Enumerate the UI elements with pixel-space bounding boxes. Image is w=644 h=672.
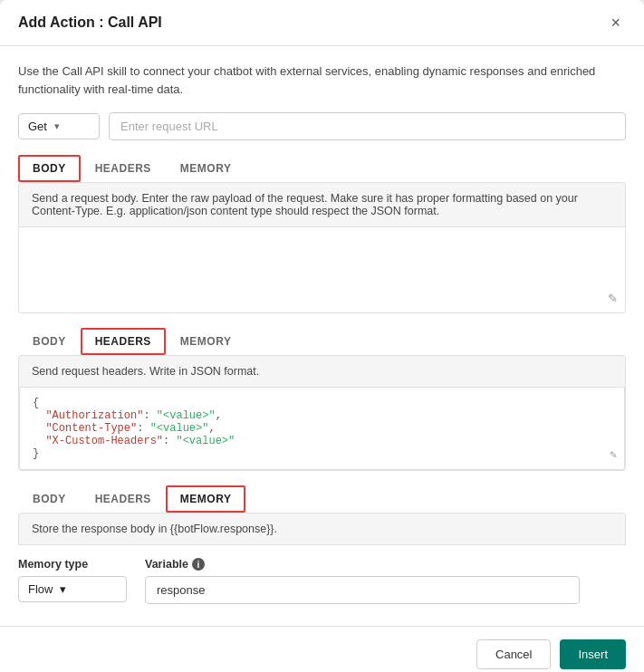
json-val-xch: "<value>" xyxy=(176,435,235,447)
url-input[interactable] xyxy=(109,112,626,140)
memory-info: Store the response body in {{botFlow.res… xyxy=(18,513,626,545)
tab-body-3[interactable]: BODY xyxy=(18,485,81,513)
insert-button[interactable]: Insert xyxy=(560,639,626,669)
tab-body-2[interactable]: BODY xyxy=(18,328,81,355)
modal-footer: Cancel Insert xyxy=(0,626,644,672)
body-textarea[interactable] xyxy=(19,227,625,309)
modal-body: Use the Call API skill to connect your c… xyxy=(0,46,644,611)
memory-type-label: Memory type xyxy=(18,558,127,571)
json-line-2: "Authorization": "<value>", xyxy=(33,409,611,422)
separator-1 xyxy=(18,313,626,328)
memory-form-row: Memory type Flow ▾ Variable i xyxy=(18,558,626,604)
json-val-ct: "<value>" xyxy=(150,422,209,435)
json-key-ct: "Content-Type" xyxy=(45,422,137,435)
body-textarea-wrapper: ✎ xyxy=(18,227,626,313)
tab-memory-2[interactable]: MEMORY xyxy=(166,328,246,355)
tab-headers-1[interactable]: HEADERS xyxy=(81,155,166,182)
variable-label: Variable i xyxy=(145,558,580,571)
tab-bar-2: BODY HEADERS MEMORY xyxy=(18,328,626,355)
json-line-4: "X-Custom-Headers": "<value>" xyxy=(33,435,611,447)
tab-headers-2[interactable]: HEADERS xyxy=(81,328,166,355)
method-select[interactable]: Get ▾ xyxy=(18,113,100,139)
json-val-auth: "<value>" xyxy=(157,409,216,422)
tab-memory-3[interactable]: MEMORY xyxy=(166,485,246,513)
method-value: Get xyxy=(28,120,47,133)
memory-type-select[interactable]: Flow ▾ xyxy=(18,576,127,602)
memory-section: Store the response body in {{botFlow.res… xyxy=(18,513,626,604)
json-colon-2: : xyxy=(137,422,149,435)
modal-container: Add Action : Call API × Use the Call API… xyxy=(0,0,644,672)
cancel-button[interactable]: Cancel xyxy=(476,639,551,669)
headers-section: Send request headers. Write in JSON form… xyxy=(18,355,626,471)
headers-textarea-wrapper: { "Authorization": "<value>", "Content-T… xyxy=(18,388,626,471)
json-colon-3: : xyxy=(163,435,176,447)
description-text: Use the Call API skill to connect your c… xyxy=(18,62,626,98)
headers-code-display: { "Authorization": "<value>", "Content-T… xyxy=(19,388,625,470)
tab-bar-1: BODY HEADERS MEMORY xyxy=(18,155,626,182)
json-line-5: } xyxy=(33,447,611,460)
tab-memory-1[interactable]: MEMORY xyxy=(166,155,246,182)
variable-label-text: Variable xyxy=(145,558,188,571)
variable-input[interactable] xyxy=(145,576,580,604)
body-section: Send a request body. Enter the raw paylo… xyxy=(18,182,626,313)
tab-body-1[interactable]: BODY xyxy=(18,155,81,182)
memory-type-chevron-icon: ▾ xyxy=(60,582,66,596)
tab-bar-3: BODY HEADERS MEMORY xyxy=(18,485,626,513)
chevron-down-icon: ▾ xyxy=(54,120,60,132)
json-line-3: "Content-Type": "<value>", xyxy=(33,422,611,435)
edit-icon[interactable]: ✎ xyxy=(608,292,618,305)
modal-header: Add Action : Call API × xyxy=(0,0,644,46)
memory-type-value: Flow xyxy=(28,582,53,596)
modal-title: Add Action : Call API xyxy=(18,14,162,31)
close-button[interactable]: × xyxy=(605,13,626,33)
json-key-xch: "X-Custom-Headers" xyxy=(45,435,163,447)
body-info: Send a request body. Enter the raw paylo… xyxy=(18,182,626,227)
request-row: Get ▾ xyxy=(18,112,626,140)
headers-info: Send request headers. Write in JSON form… xyxy=(18,355,626,388)
json-key-auth: "Authorization" xyxy=(45,409,143,422)
edit-icon-headers[interactable]: ✎ xyxy=(610,447,617,462)
json-line-1: { xyxy=(33,397,611,409)
separator-2 xyxy=(18,471,626,485)
variable-group: Variable i xyxy=(145,558,580,604)
json-colon-1: : xyxy=(143,409,156,422)
tab-headers-3[interactable]: HEADERS xyxy=(81,485,166,513)
variable-info-icon: i xyxy=(192,558,205,571)
memory-type-group: Memory type Flow ▾ xyxy=(18,558,127,602)
